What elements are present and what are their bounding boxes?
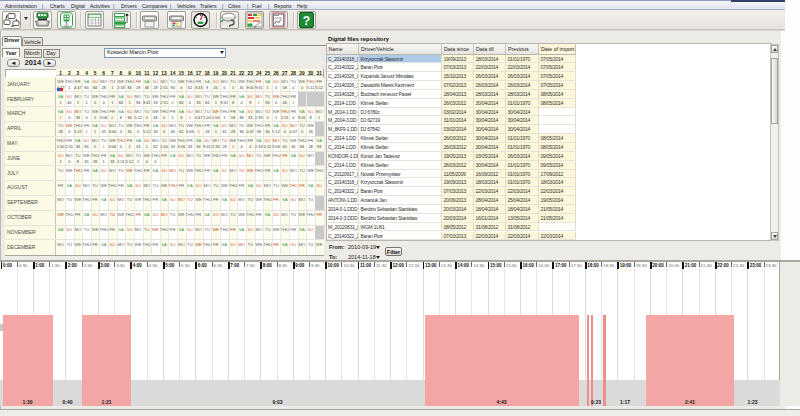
svg-text:?: ? (303, 14, 310, 28)
